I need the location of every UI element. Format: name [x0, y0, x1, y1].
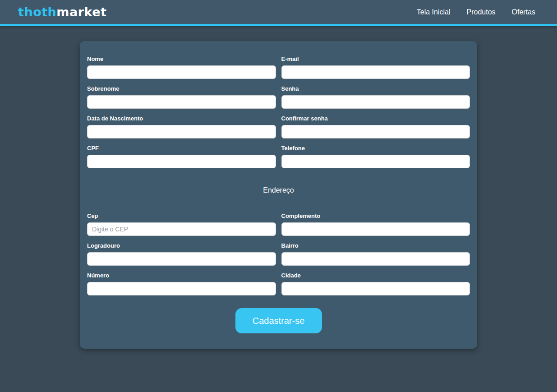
field-sobrenome: Sobrenome: [87, 85, 276, 109]
nav-produtos[interactable]: Produtos: [466, 8, 495, 16]
field-cep: Cep: [87, 212, 276, 236]
brand-logo-part2: market: [56, 5, 106, 19]
field-bairro: Bairro: [281, 242, 470, 266]
field-label-nome: Nome: [87, 55, 276, 62]
field-label-cep: Cep: [87, 212, 276, 219]
field-input-confirmar-senha[interactable]: [281, 125, 470, 138]
field-label-cpf: CPF: [87, 145, 276, 152]
field-label-bairro: Bairro: [281, 242, 470, 249]
brand-logo[interactable]: thothmarket: [18, 5, 106, 19]
field-input-sobrenome[interactable]: [87, 95, 276, 109]
header: thothmarket Tela Inicial Produtos Oferta…: [0, 0, 557, 26]
field-telefone: Telefone: [281, 145, 470, 168]
field-input-email[interactable]: [281, 65, 470, 79]
address-fields-grid: CepComplementoLogradouroBairroNúmeroCida…: [87, 212, 470, 295]
field-senha: Senha: [281, 85, 470, 109]
main-content: NomeE-mailSobrenomeSenhaData de Nascimen…: [0, 26, 557, 376]
nav-ofertas[interactable]: Ofertas: [512, 8, 535, 16]
field-input-cidade[interactable]: [281, 282, 470, 295]
field-label-numero: Número: [87, 272, 276, 279]
field-label-email: E-mail: [281, 55, 470, 62]
field-input-nome[interactable]: [87, 65, 276, 79]
registration-form-card: NomeE-mailSobrenomeSenhaData de Nascimen…: [80, 41, 477, 349]
field-logradouro: Logradouro: [87, 242, 276, 266]
address-section-heading: Endereço: [87, 186, 470, 194]
register-button[interactable]: Cadastrar-se: [235, 308, 322, 333]
field-cpf: CPF: [87, 145, 276, 168]
field-nome: Nome: [87, 55, 276, 79]
field-input-bairro[interactable]: [281, 252, 470, 266]
field-complemento: Complemento: [281, 212, 470, 236]
field-input-complemento[interactable]: [281, 222, 470, 236]
field-email: E-mail: [281, 55, 470, 79]
field-label-confirmar-senha: Confirmar senha: [281, 115, 470, 122]
field-input-senha[interactable]: [281, 95, 470, 109]
field-input-numero[interactable]: [87, 282, 276, 295]
field-data-nascimento: Data de Nascimento: [87, 115, 276, 138]
personal-fields-grid: NomeE-mailSobrenomeSenhaData de Nascimen…: [87, 55, 470, 168]
field-cidade: Cidade: [281, 272, 470, 295]
field-label-data-nascimento: Data de Nascimento: [87, 115, 276, 122]
field-input-logradouro[interactable]: [87, 252, 276, 266]
field-confirmar-senha: Confirmar senha: [281, 115, 470, 138]
field-label-cidade: Cidade: [281, 272, 470, 279]
field-input-telefone[interactable]: [281, 155, 470, 168]
field-input-data-nascimento[interactable]: [87, 125, 276, 138]
field-input-cep[interactable]: [87, 222, 276, 236]
button-row: Cadastrar-se: [87, 308, 470, 333]
main-nav: Tela Inicial Produtos Ofertas: [417, 8, 535, 16]
field-label-sobrenome: Sobrenome: [87, 85, 276, 92]
brand-logo-part1: thoth: [18, 5, 56, 19]
field-input-cpf[interactable]: [87, 155, 276, 168]
field-numero: Número: [87, 272, 276, 295]
field-label-telefone: Telefone: [281, 145, 470, 152]
field-label-senha: Senha: [281, 85, 470, 92]
field-label-logradouro: Logradouro: [87, 242, 276, 249]
field-label-complemento: Complemento: [281, 212, 470, 219]
nav-tela-inicial[interactable]: Tela Inicial: [417, 8, 451, 16]
